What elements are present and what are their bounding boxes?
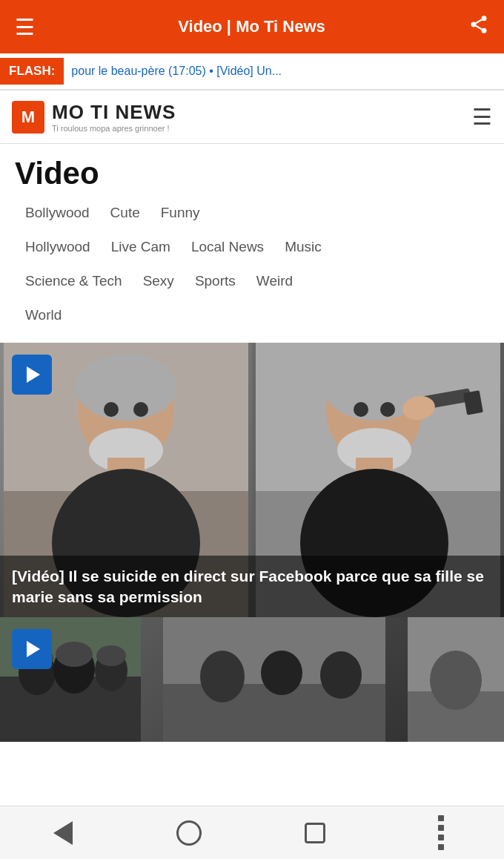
app-bar: ☰ Video | Mo Ti News bbox=[0, 0, 504, 53]
play-button-2[interactable] bbox=[12, 629, 52, 669]
svg-point-13 bbox=[104, 402, 119, 417]
svg-point-14 bbox=[133, 402, 148, 417]
svg-point-43 bbox=[430, 651, 482, 710]
nav-menu-button[interactable] bbox=[419, 811, 463, 855]
cat-funny[interactable]: Funny bbox=[150, 197, 210, 228]
cat-livecam[interactable]: Live Cam bbox=[101, 231, 181, 263]
video-caption-1: [Vidéo] Il se suicide en direct sur Face… bbox=[0, 556, 504, 617]
page-title: Video bbox=[15, 156, 489, 191]
home-icon bbox=[176, 820, 202, 846]
nav-recents-button[interactable] bbox=[293, 811, 337, 855]
flash-text[interactable]: pour le beau-père (17:05) • [Vidéo] Un..… bbox=[71, 65, 282, 78]
category-row-3: Science & Tech Sexy Sports Weird bbox=[15, 266, 489, 297]
hamburger-icon[interactable]: ☰ bbox=[15, 14, 35, 40]
svg-point-9 bbox=[76, 354, 176, 421]
flash-bar: FLASH: pour le beau-père (17:05) • [Vidé… bbox=[0, 53, 504, 90]
app-bar-title: Video | Mo Ti News bbox=[178, 17, 325, 36]
video-area: [Vidéo] Il se suicide en direct sur Face… bbox=[0, 343, 504, 742]
svg-point-38 bbox=[200, 651, 245, 702]
logo-area: M MO TI NEWS Ti roulous mopa apres grinn… bbox=[12, 101, 176, 134]
sv-mid bbox=[141, 617, 408, 742]
cat-weird[interactable]: Weird bbox=[246, 266, 303, 297]
cat-scitech[interactable]: Science & Tech bbox=[15, 266, 133, 297]
nav-home-button[interactable] bbox=[167, 811, 211, 855]
site-header: M MO TI NEWS Ti roulous mopa apres grinn… bbox=[0, 90, 504, 144]
category-nav: Video Bollywood Cute Funny Hollywood Liv… bbox=[0, 144, 504, 331]
video-card-2[interactable]: ▲ bbox=[0, 617, 504, 742]
recents-icon bbox=[305, 823, 325, 843]
back-icon bbox=[53, 821, 73, 845]
share-icon[interactable] bbox=[468, 14, 489, 40]
cat-world[interactable]: World bbox=[15, 300, 72, 331]
svg-point-2 bbox=[482, 27, 487, 33]
site-name: MO TI NEWS bbox=[52, 101, 176, 124]
category-row-1: Bollywood Cute Funny bbox=[15, 197, 489, 228]
flash-label: FLASH: bbox=[0, 58, 64, 85]
sv-left bbox=[0, 617, 141, 742]
cat-sports[interactable]: Sports bbox=[185, 266, 246, 297]
svg-point-40 bbox=[320, 651, 362, 699]
cat-sexy[interactable]: Sexy bbox=[133, 266, 185, 297]
svg-line-3 bbox=[476, 25, 482, 29]
svg-point-34 bbox=[56, 642, 93, 667]
svg-point-1 bbox=[471, 22, 477, 27]
site-tagline: Ti roulous mopa apres grinnoer ! bbox=[52, 124, 176, 133]
second-video-row: ▲ bbox=[0, 617, 504, 742]
nav-hamburger-icon[interactable]: ☰ bbox=[472, 104, 492, 130]
category-row-2: Hollywood Live Cam Local News Music bbox=[15, 231, 489, 263]
logo-text-area: MO TI NEWS Ti roulous mopa apres grinnoe… bbox=[52, 101, 176, 133]
logo-box: M bbox=[12, 101, 44, 134]
svg-point-39 bbox=[261, 651, 302, 695]
category-row-4: World bbox=[15, 300, 489, 331]
svg-line-4 bbox=[476, 19, 482, 23]
svg-point-27 bbox=[380, 402, 395, 417]
video-card-1[interactable]: [Vidéo] Il se suicide en direct sur Face… bbox=[0, 343, 504, 617]
cat-bollywood[interactable]: Bollywood bbox=[15, 197, 100, 228]
cat-music[interactable]: Music bbox=[274, 231, 332, 263]
menu-dots-icon bbox=[438, 815, 444, 850]
svg-point-35 bbox=[96, 645, 126, 666]
svg-point-26 bbox=[354, 402, 368, 417]
play-button-1[interactable] bbox=[12, 355, 52, 395]
svg-point-0 bbox=[482, 16, 487, 21]
cat-localnews[interactable]: Local News bbox=[181, 231, 274, 263]
sv-right: ▲ bbox=[408, 617, 504, 742]
cat-hollywood[interactable]: Hollywood bbox=[15, 231, 101, 263]
nav-back-button[interactable] bbox=[41, 811, 85, 855]
bottom-nav bbox=[0, 806, 504, 859]
cat-cute[interactable]: Cute bbox=[100, 197, 150, 228]
